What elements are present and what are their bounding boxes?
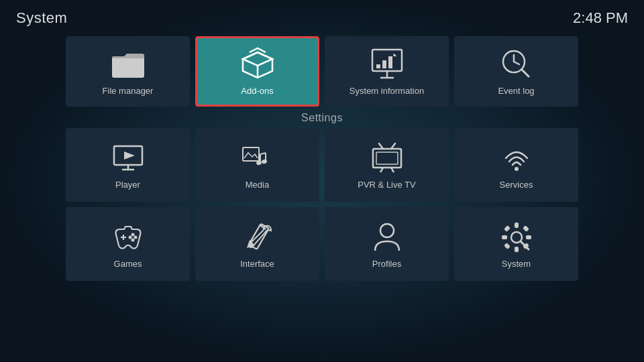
svg-rect-21: [243, 147, 259, 161]
wifi-icon: [499, 141, 534, 176]
app-title: System: [16, 9, 67, 27]
settings-row-2: Games Interface: [0, 207, 644, 286]
settings-row-1: Player Media: [0, 128, 644, 207]
gamepad-icon: [111, 220, 146, 255]
gear-fork-icon: [499, 220, 534, 255]
tile-event-log[interactable]: Event log: [454, 36, 578, 107]
presentation-icon: [370, 47, 405, 82]
tile-add-ons-label: Add-ons: [241, 86, 273, 96]
svg-point-26: [261, 159, 267, 164]
tile-event-log-label: Event log: [498, 86, 534, 96]
tile-media-label: Media: [246, 180, 269, 190]
svg-rect-30: [376, 152, 398, 164]
svg-rect-51: [523, 225, 529, 232]
box-icon: [240, 47, 275, 82]
svg-rect-27: [373, 149, 401, 168]
svg-point-33: [515, 167, 519, 171]
tile-system-information[interactable]: System information: [325, 36, 449, 107]
main-page: System 2:48 PM File manager: [0, 0, 644, 362]
settings-label: Settings: [0, 109, 644, 128]
play-icon: [111, 141, 146, 176]
tile-system-label: System: [502, 259, 531, 269]
tile-add-ons[interactable]: Add-ons: [195, 36, 319, 107]
clock: 2:48 PM: [573, 9, 628, 27]
tile-system-information-label: System information: [350, 86, 424, 96]
svg-point-38: [131, 238, 134, 241]
svg-marker-2: [243, 52, 272, 66]
svg-rect-46: [515, 223, 519, 228]
tile-file-manager[interactable]: File manager: [66, 36, 190, 107]
svg-marker-18: [124, 152, 135, 160]
header: System 2:48 PM: [0, 0, 644, 32]
svg-rect-52: [504, 243, 511, 249]
media-icon: [240, 141, 275, 176]
svg-point-36: [131, 233, 134, 236]
tile-profiles[interactable]: Profiles: [325, 207, 449, 281]
svg-line-14: [514, 62, 519, 64]
svg-rect-0: [112, 56, 144, 78]
folder-icon: [111, 47, 146, 82]
tile-games-label: Games: [114, 259, 142, 269]
tile-file-manager-label: File manager: [103, 86, 154, 96]
tile-services[interactable]: Services: [454, 128, 578, 202]
svg-point-37: [133, 235, 137, 239]
pencil-icon: [240, 220, 275, 255]
svg-rect-48: [502, 235, 507, 239]
clock-search-icon: [499, 47, 534, 82]
svg-line-5: [258, 59, 272, 66]
tile-games[interactable]: Games: [66, 207, 190, 281]
tile-system[interactable]: System: [454, 207, 578, 281]
tile-profiles-label: Profiles: [372, 259, 401, 269]
tile-pvr-live-tv[interactable]: PVR & Live TV: [325, 128, 449, 202]
tile-interface[interactable]: Interface: [195, 207, 319, 281]
svg-line-4: [243, 59, 258, 66]
tile-player-label: Player: [115, 180, 140, 190]
svg-line-15: [522, 70, 529, 76]
top-row: File manager Add-ons: [0, 32, 644, 109]
tile-player[interactable]: Player: [66, 128, 190, 202]
tile-services-label: Services: [500, 180, 533, 190]
svg-rect-11: [388, 56, 392, 68]
tile-interface-label: Interface: [240, 259, 274, 269]
svg-point-44: [380, 224, 394, 237]
svg-point-39: [128, 235, 131, 239]
svg-rect-50: [504, 225, 511, 232]
tv-icon: [370, 141, 405, 176]
svg-rect-9: [376, 64, 380, 68]
svg-rect-49: [526, 235, 531, 239]
person-icon: [370, 220, 405, 255]
tile-pvr-live-tv-label: PVR & Live TV: [358, 180, 415, 190]
svg-rect-47: [515, 247, 519, 252]
tile-media[interactable]: Media: [195, 128, 319, 202]
svg-line-24: [260, 153, 266, 154]
svg-rect-10: [382, 60, 386, 68]
